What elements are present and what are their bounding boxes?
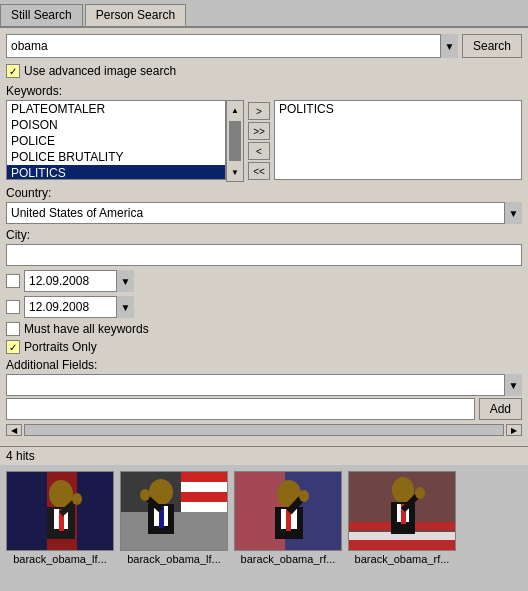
portraits-row: Portraits Only [6, 340, 522, 354]
move-right-one[interactable]: > [248, 102, 270, 120]
tab-still-search[interactable]: Still Search [0, 4, 83, 26]
portraits-label: Portraits Only [24, 340, 97, 354]
date-row-1: ▼ [6, 270, 522, 292]
date-select-wrap-2: ▼ [24, 296, 134, 318]
kw-selected-item[interactable]: POLITICS [279, 102, 517, 116]
hits-count: 4 hits [6, 449, 35, 463]
advanced-search-row: Use advanced image search [6, 64, 522, 78]
svg-point-40 [415, 487, 425, 499]
tab-person-search[interactable]: Person Search [85, 4, 186, 26]
thumb-label-1: barack_obama_lf... [13, 553, 107, 565]
thumb-svg-4 [349, 472, 456, 551]
thumb-svg-3 [235, 472, 342, 551]
keywords-scrollbar[interactable]: ▲ ▼ [226, 100, 244, 182]
thumb-img-1 [6, 471, 114, 551]
svg-point-29 [299, 490, 309, 502]
search-input-wrap: ▼ [6, 34, 458, 58]
scroll-left-btn[interactable]: ◀ [6, 424, 22, 436]
horiz-scroll: ◀ ▶ [6, 424, 522, 436]
thumb-label-3: barack_obama_rf... [241, 553, 336, 565]
hits-bar: 4 hits [0, 446, 528, 465]
thumb-item-2[interactable]: barack_obama_lf... [120, 471, 228, 565]
keywords-label: Keywords: [6, 84, 522, 98]
additional-dropdown-row: ▼ [6, 374, 522, 396]
country-label: Country: [6, 186, 522, 200]
keywords-section: PLATEOMTALER POISON POLICE POLICE BRUTAL… [6, 100, 522, 182]
country-select[interactable]: United States of America Germany France … [6, 202, 522, 224]
move-right-all[interactable]: >> [248, 122, 270, 140]
search-input[interactable] [6, 34, 458, 58]
portraits-checkbox[interactable] [6, 340, 20, 354]
keywords-list-left[interactable]: PLATEOMTALER POISON POLICE POLICE BRUTAL… [6, 100, 226, 180]
thumb-label-4: barack_obama_rf... [355, 553, 450, 565]
additional-select-wrap: ▼ [6, 374, 522, 396]
date-input-1[interactable] [24, 270, 134, 292]
svg-point-20 [140, 489, 150, 501]
additional-fields-label: Additional Fields: [6, 358, 522, 372]
svg-rect-13 [181, 492, 228, 502]
move-left-one[interactable]: < [248, 142, 270, 160]
svg-rect-34 [349, 540, 456, 551]
svg-rect-11 [181, 472, 228, 482]
move-left-all[interactable]: << [248, 162, 270, 180]
thumb-svg-2 [121, 472, 228, 551]
city-label: City: [6, 228, 522, 242]
scroll-thumb[interactable] [229, 121, 241, 161]
must-have-checkbox[interactable] [6, 322, 20, 336]
keywords-list-right[interactable]: POLITICS [274, 100, 522, 180]
thumb-svg-1 [7, 472, 114, 551]
advanced-search-label: Use advanced image search [24, 64, 176, 78]
scroll-down-btn[interactable]: ▼ [227, 163, 243, 181]
advanced-search-checkbox[interactable] [6, 64, 20, 78]
svg-rect-12 [181, 482, 228, 492]
city-input[interactable] [6, 244, 522, 266]
thumb-item-1[interactable]: barack_obama_lf... [6, 471, 114, 565]
svg-rect-14 [181, 502, 228, 512]
tab-bar: Still Search Person Search [0, 0, 528, 28]
additional-input-row: Add [6, 398, 522, 420]
kw-item[interactable]: POLICE [7, 133, 225, 149]
date-input-2[interactable] [24, 296, 134, 318]
thumb-label-2: barack_obama_lf... [127, 553, 221, 565]
additional-select[interactable] [6, 374, 522, 396]
svg-point-8 [72, 493, 82, 505]
svg-rect-2 [77, 472, 114, 551]
date-checkbox-1[interactable] [6, 274, 20, 288]
thumbnails-area: barack_obama_lf... barack_obam [0, 465, 528, 571]
scroll-right-btn[interactable]: ▶ [506, 424, 522, 436]
country-select-wrap: United States of America Germany France … [6, 202, 522, 224]
thumb-item-4[interactable]: barack_obama_rf... [348, 471, 456, 565]
arrows-col: > >> < << [246, 100, 272, 182]
main-content: ▼ Search Use advanced image search Keywo… [0, 28, 528, 446]
add-button[interactable]: Add [479, 398, 522, 420]
must-have-row: Must have all keywords [6, 322, 522, 336]
date-checkbox-2[interactable] [6, 300, 20, 314]
thumb-img-4 [348, 471, 456, 551]
must-have-label: Must have all keywords [24, 322, 149, 336]
scroll-up-btn[interactable]: ▲ [227, 101, 243, 119]
scroll-track[interactable] [24, 424, 504, 436]
kw-item[interactable]: PLATEOMTALER [7, 101, 225, 117]
thumb-img-3 [234, 471, 342, 551]
search-dropdown-arrow[interactable]: ▼ [440, 34, 458, 58]
thumb-img-2 [120, 471, 228, 551]
additional-value-input[interactable] [6, 398, 475, 420]
svg-rect-10 [121, 512, 228, 551]
kw-item[interactable]: POLICE BRUTALITY [7, 149, 225, 165]
date-row-2: ▼ [6, 296, 522, 318]
keywords-left: PLATEOMTALER POISON POLICE POLICE BRUTAL… [6, 100, 244, 182]
search-button[interactable]: Search [462, 34, 522, 58]
thumb-item-3[interactable]: barack_obama_rf... [234, 471, 342, 565]
kw-item[interactable]: POISON [7, 117, 225, 133]
kw-item-selected[interactable]: POLITICS [7, 165, 225, 180]
svg-rect-1 [7, 472, 47, 551]
search-row: ▼ Search [6, 34, 522, 58]
date-select-wrap-1: ▼ [24, 270, 134, 292]
